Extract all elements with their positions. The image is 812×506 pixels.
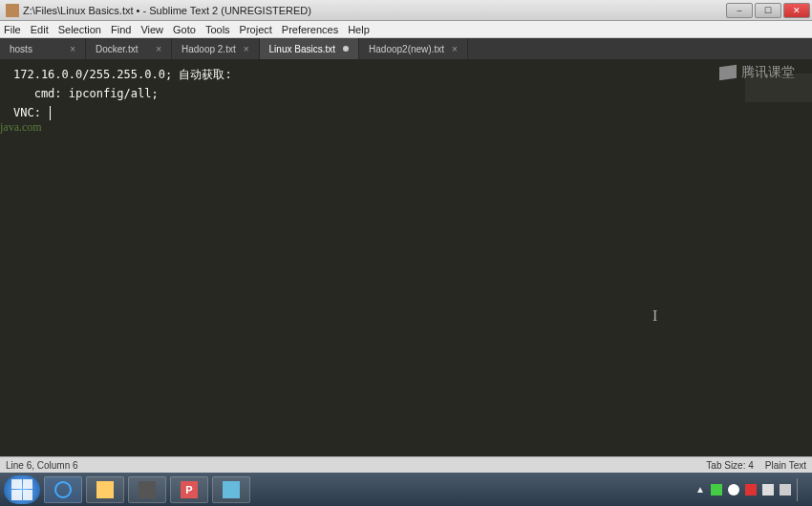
start-button[interactable] [4,475,40,504]
tab-label: hosts [10,44,32,54]
tab-label: Hadoop 2.txt [182,44,236,54]
tab-linux-basics[interactable]: Linux Basics.txt [260,38,359,59]
window-title: Z:\Files\Linux Basics.txt • - Sublime Te… [23,5,724,16]
system-tray: ▲ [695,478,808,501]
tab-label: Docker.txt [96,44,138,54]
statusbar: Line 6, Column 6 Tab Size: 4 Plain Text [0,456,812,473]
tab-hadoop2new[interactable]: Hadoop2(new).txt× [359,38,468,59]
cursor-position: Line 6, Column 6 [6,460,78,471]
window-titlebar: Z:\Files\Linux Basics.txt • - Sublime Te… [0,0,812,21]
taskbar-item-ppt[interactable]: P [170,476,208,503]
taskbar-item-app[interactable] [212,476,250,503]
show-desktop-button[interactable] [797,478,802,501]
taskbar-item-sublime[interactable] [128,476,166,503]
menu-preferences[interactable]: Preferences [282,24,338,35]
app-icon [223,481,240,498]
menu-edit[interactable]: Edit [31,24,49,35]
folder-icon [96,481,114,498]
menu-view[interactable]: View [140,24,163,35]
tab-label: Hadoop2(new).txt [369,44,444,54]
sublime-icon [139,481,156,498]
tray-volume-icon[interactable] [762,484,774,495]
ie-icon [54,481,72,498]
windows-logo-icon [11,479,32,500]
app-icon [6,4,19,17]
code-line: cmd: ipconfig/all; [13,84,799,103]
close-tab-icon[interactable]: × [70,44,75,54]
code-line: VNC: [13,103,799,122]
tabbar: hosts× Docker.txt× Hadoop 2.txt× Linux B… [0,38,812,59]
menu-selection[interactable]: Selection [58,24,101,35]
powerpoint-icon: P [181,481,198,498]
close-tab-icon[interactable]: × [156,44,161,54]
tray-expand-icon[interactable]: ▲ [695,484,705,495]
tab-hadoop2[interactable]: Hadoop 2.txt× [172,38,260,59]
menu-project[interactable]: Project [240,24,272,35]
taskbar-item-explorer[interactable] [86,476,124,503]
close-tab-icon[interactable]: × [452,44,458,54]
tray-icon[interactable] [711,484,722,495]
syntax-mode[interactable]: Plain Text [765,460,806,471]
tab-hosts[interactable]: hosts× [0,38,86,59]
minimap[interactable] [745,74,812,102]
maximize-button[interactable]: ☐ [755,3,781,18]
windows-taskbar: P ▲ [0,473,812,506]
ibeam-cursor-icon: I [652,307,657,325]
window-controls: – ☐ ✕ [724,3,810,18]
tray-antivirus-icon[interactable] [745,484,757,495]
taskbar-item-ie[interactable] [44,476,82,503]
menubar: File Edit Selection Find View Goto Tools… [0,21,812,38]
tray-network-icon[interactable] [780,484,791,495]
modified-dot-icon [343,46,349,52]
close-tab-icon[interactable]: × [244,44,249,54]
menu-tools[interactable]: Tools [205,24,230,35]
editor-area[interactable]: 172.16.0.0/255.255.0.0; 自动获取: cmd: ipcon… [0,59,812,456]
tab-label: Linux Basics.txt [269,44,335,54]
code-line: 172.16.0.0/255.255.0.0; 自动获取: [13,65,799,84]
menu-help[interactable]: Help [348,24,370,35]
tab-docker[interactable]: Docker.txt× [86,38,172,59]
text-cursor-icon [50,106,51,120]
menu-find[interactable]: Find [111,24,131,35]
tab-size[interactable]: Tab Size: 4 [706,460,753,471]
tray-icon[interactable] [728,484,739,495]
cube-icon [719,65,737,81]
close-button[interactable]: ✕ [783,3,810,18]
menu-goto[interactable]: Goto [173,24,196,35]
minimize-button[interactable]: – [726,3,753,18]
menu-file[interactable]: File [4,24,21,35]
watermark-left: java.com [0,120,42,135]
